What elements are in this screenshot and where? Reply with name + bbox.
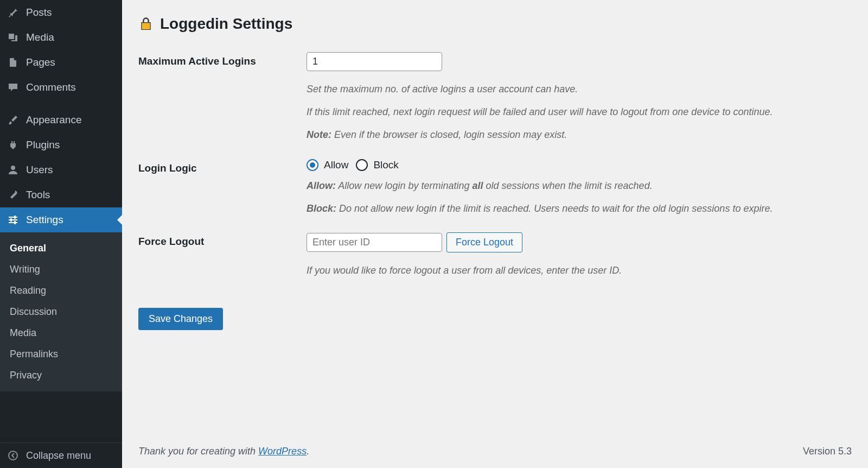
radio-block-label: Block	[373, 159, 398, 171]
svg-rect-1	[9, 217, 17, 218]
force-logout-desc: If you would like to force logout a user…	[307, 263, 852, 279]
svg-rect-5	[10, 218, 12, 222]
plug-icon	[7, 138, 20, 151]
row-force-logout: Force Logout Force Logout If you would l…	[138, 232, 852, 279]
svg-rect-2	[9, 219, 17, 220]
comments-icon	[7, 81, 20, 94]
login-logic-block-desc: Block: Do not allow new login if the lim…	[307, 201, 852, 217]
brush-icon	[7, 113, 20, 127]
label-login-logic: Login Logic	[138, 159, 307, 174]
collapse-menu-label: Collapse menu	[26, 450, 91, 461]
sidebar-item-label: Appearance	[26, 114, 81, 126]
footer-version: Version 5.3	[803, 446, 852, 457]
lock-icon	[138, 16, 154, 31]
submenu-item-general[interactable]: General	[0, 238, 122, 259]
wordpress-link[interactable]: WordPress	[258, 446, 307, 457]
sidebar-item-label: Settings	[26, 214, 63, 226]
footer-thanks: Thank you for creating with WordPress.	[138, 446, 309, 457]
max-logins-note: Note: Even if the browser is closed, log…	[307, 128, 852, 143]
save-changes-button[interactable]: Save Changes	[138, 308, 223, 330]
sidebar-item-label: Media	[26, 31, 54, 43]
svg-rect-4	[14, 216, 16, 219]
main-content: Loggedin Settings Maximum Active Logins …	[122, 0, 868, 468]
svg-point-7	[9, 451, 17, 460]
svg-point-0	[11, 166, 15, 170]
sliders-icon	[7, 213, 20, 226]
note-label: Note:	[307, 129, 331, 140]
svg-rect-3	[9, 222, 17, 223]
submenu-item-permalinks[interactable]: Permalinks	[0, 344, 122, 365]
sidebar-item-comments[interactable]: Comments	[0, 75, 122, 100]
sidebar-item-settings[interactable]: Settings	[0, 207, 122, 232]
sidebar-item-pages[interactable]: Pages	[0, 50, 122, 75]
radio-allow[interactable]	[307, 159, 318, 171]
collapse-menu-button[interactable]: Collapse menu	[0, 442, 122, 468]
page-title: Loggedin Settings	[138, 15, 852, 33]
media-icon	[7, 31, 20, 44]
row-max-logins: Maximum Active Logins Set the maximum no…	[138, 52, 852, 143]
sidebar-item-tools[interactable]: Tools	[0, 182, 122, 207]
max-logins-desc2: If this limit reached, next login reques…	[307, 105, 852, 120]
max-logins-input[interactable]	[307, 52, 442, 71]
radio-block[interactable]	[356, 159, 368, 171]
wrench-icon	[7, 188, 20, 201]
sidebar-item-posts[interactable]: Posts	[0, 0, 122, 25]
block-strong: Block:	[307, 203, 336, 214]
admin-footer: Thank you for creating with WordPress. V…	[122, 435, 868, 468]
sidebar-item-label: Comments	[26, 81, 76, 93]
collapse-icon	[7, 449, 20, 462]
sidebar-item-appearance[interactable]: Appearance	[0, 107, 122, 132]
admin-sidebar: Posts Media Pages Comments Appearance Pl…	[0, 0, 122, 468]
pages-icon	[7, 56, 20, 69]
settings-submenu: General Writing Reading Discussion Media…	[0, 232, 122, 391]
submenu-item-discussion[interactable]: Discussion	[0, 301, 122, 322]
sidebar-item-users[interactable]: Users	[0, 157, 122, 182]
force-logout-button[interactable]: Force Logout	[446, 232, 522, 252]
svg-rect-6	[14, 221, 16, 224]
submenu-item-reading[interactable]: Reading	[0, 280, 122, 301]
radio-allow-label: Allow	[324, 159, 348, 171]
sidebar-item-label: Pages	[26, 56, 55, 68]
menu-separator	[0, 100, 122, 107]
sidebar-item-media[interactable]: Media	[0, 25, 122, 50]
note-text: Even if the browser is closed, login ses…	[331, 129, 567, 140]
allow-strong: Allow:	[307, 180, 336, 191]
sidebar-item-label: Posts	[26, 7, 52, 18]
submenu-item-privacy[interactable]: Privacy	[0, 365, 122, 386]
force-logout-input[interactable]	[307, 233, 442, 252]
sidebar-item-label: Users	[26, 164, 53, 176]
label-max-logins: Maximum Active Logins	[138, 52, 307, 67]
login-logic-allow-desc: Allow: Allow new login by terminating al…	[307, 179, 852, 194]
submenu-item-writing[interactable]: Writing	[0, 259, 122, 280]
sidebar-item-label: Plugins	[26, 139, 60, 151]
sidebar-item-label: Tools	[26, 189, 50, 201]
max-logins-desc1: Set the maximum no. of active logins a u…	[307, 82, 852, 97]
pin-icon	[7, 6, 20, 19]
row-login-logic: Login Logic Allow Block Allow: Allow new…	[138, 159, 852, 217]
submenu-item-media[interactable]: Media	[0, 322, 122, 344]
page-title-text: Loggedin Settings	[160, 15, 292, 33]
sidebar-item-plugins[interactable]: Plugins	[0, 132, 122, 157]
label-force-logout: Force Logout	[138, 232, 307, 248]
login-logic-radios: Allow Block	[307, 159, 852, 171]
user-icon	[7, 163, 20, 176]
